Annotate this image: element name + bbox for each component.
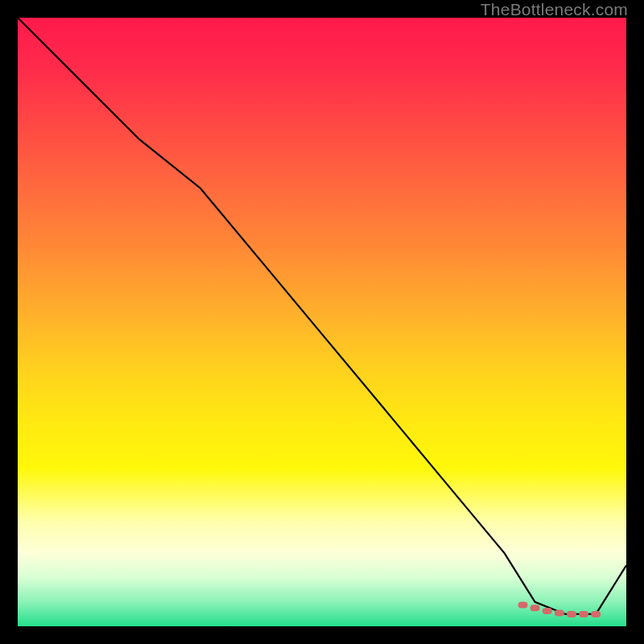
marker-dot	[518, 602, 528, 609]
plot-area	[18, 18, 626, 626]
marker-dot	[567, 611, 576, 617]
marker-dot	[591, 611, 601, 617]
watermark-text: TheBottleneck.com	[481, 0, 628, 19]
curve-line	[18, 18, 626, 614]
series-curve	[18, 18, 626, 614]
chart-frame: TheBottleneck.com	[0, 0, 644, 644]
marker-dot	[579, 611, 588, 617]
chart-svg	[18, 18, 626, 626]
marker-dot	[555, 609, 564, 616]
segment-markers	[518, 602, 601, 617]
marker-dot	[543, 608, 552, 614]
marker-dot	[530, 605, 540, 611]
